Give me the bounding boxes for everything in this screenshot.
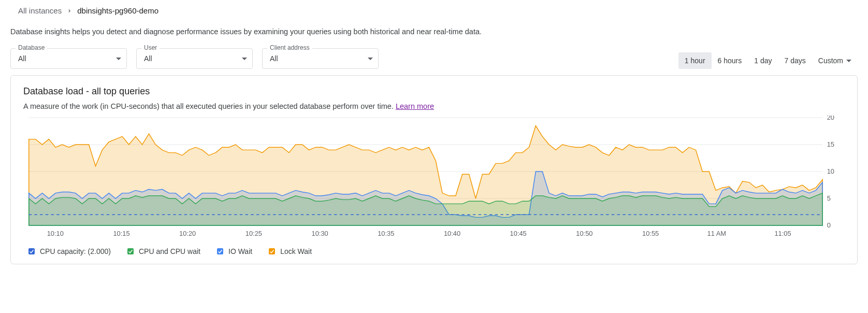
chart-description: A measure of the work (in CPU-seconds) t… bbox=[23, 102, 845, 110]
learn-more-link[interactable]: Learn more bbox=[396, 102, 434, 110]
dropdown-caret-icon bbox=[242, 58, 247, 60]
svg-text:10:20: 10:20 bbox=[179, 230, 196, 237]
legend-cpuwait-swatch bbox=[126, 247, 135, 255]
breadcrumb-root[interactable]: All instances bbox=[18, 6, 62, 15]
range-1-day[interactable]: 1 day bbox=[748, 52, 778, 69]
svg-text:20: 20 bbox=[827, 116, 834, 121]
legend-capacity-swatch bbox=[27, 247, 36, 255]
chevron-right-icon bbox=[67, 6, 72, 15]
controls-row: Database All User All Client address All… bbox=[10, 48, 858, 69]
svg-text:10: 10 bbox=[827, 168, 834, 175]
legend-io-wait[interactable]: IO Wait bbox=[216, 247, 252, 255]
svg-text:10:40: 10:40 bbox=[444, 230, 460, 237]
svg-text:10:25: 10:25 bbox=[245, 230, 262, 237]
svg-text:5: 5 bbox=[827, 195, 831, 202]
dropdown-caret-icon bbox=[368, 58, 373, 60]
svg-rect-25 bbox=[217, 248, 223, 254]
svg-rect-26 bbox=[269, 248, 275, 254]
client-select[interactable]: All bbox=[262, 48, 379, 69]
dropdown-caret-icon bbox=[846, 60, 851, 62]
legend-io-swatch bbox=[216, 247, 224, 255]
database-select[interactable]: All bbox=[10, 48, 127, 69]
client-label: Client address bbox=[267, 44, 312, 51]
legend-lock-swatch bbox=[268, 247, 276, 255]
breadcrumb: All instances dbinsights-pg960-demo bbox=[10, 6, 858, 15]
svg-text:10:10: 10:10 bbox=[47, 230, 64, 237]
legend: CPU capacity: (2.000) CPU and CPU wait I… bbox=[23, 240, 845, 255]
user-label: User bbox=[141, 44, 160, 51]
user-value: All bbox=[144, 54, 152, 63]
range-1-hour[interactable]: 1 hour bbox=[678, 52, 712, 69]
chart-area: 0510152010:1010:1510:2010:2510:3010:3510… bbox=[23, 116, 845, 240]
range-7-days[interactable]: 7 days bbox=[778, 52, 812, 69]
svg-rect-23 bbox=[28, 248, 35, 254]
svg-text:15: 15 bbox=[827, 141, 834, 148]
svg-text:11:05: 11:05 bbox=[774, 230, 791, 237]
svg-text:0: 0 bbox=[827, 222, 831, 229]
svg-rect-24 bbox=[127, 248, 134, 254]
svg-text:10:35: 10:35 bbox=[378, 230, 394, 237]
user-select-group: User All bbox=[136, 48, 253, 69]
client-value: All bbox=[270, 54, 278, 63]
chart-card: Database load - all top queries A measur… bbox=[10, 75, 858, 264]
svg-text:10:55: 10:55 bbox=[642, 230, 659, 237]
database-select-group: Database All bbox=[10, 48, 127, 69]
svg-text:10:30: 10:30 bbox=[312, 230, 328, 237]
svg-text:11 AM: 11 AM bbox=[707, 230, 726, 237]
client-select-group: Client address All bbox=[262, 48, 379, 69]
legend-lock-wait[interactable]: Lock Wait bbox=[268, 247, 312, 255]
breadcrumb-leaf: dbinsights-pg960-demo bbox=[77, 6, 158, 15]
svg-text:10:50: 10:50 bbox=[576, 230, 592, 237]
database-value: All bbox=[18, 54, 26, 63]
legend-cpu-capacity[interactable]: CPU capacity: (2.000) bbox=[27, 247, 111, 255]
svg-text:10:15: 10:15 bbox=[113, 230, 129, 237]
range-custom[interactable]: Custom bbox=[812, 52, 858, 69]
range-6-hours[interactable]: 6 hours bbox=[712, 52, 748, 69]
page-subtitle: Database insights helps you detect and d… bbox=[10, 27, 858, 36]
database-label: Database bbox=[16, 44, 47, 51]
legend-cpu-wait[interactable]: CPU and CPU wait bbox=[126, 247, 200, 255]
db-load-chart: 0510152010:1010:1510:2010:2510:3010:3510… bbox=[23, 116, 845, 240]
time-range-row: 1 hour6 hours1 day7 daysCustom bbox=[678, 52, 858, 69]
svg-text:10:45: 10:45 bbox=[510, 230, 527, 237]
chart-title: Database load - all top queries bbox=[23, 86, 845, 97]
dropdown-caret-icon bbox=[116, 58, 121, 60]
user-select[interactable]: All bbox=[136, 48, 253, 69]
